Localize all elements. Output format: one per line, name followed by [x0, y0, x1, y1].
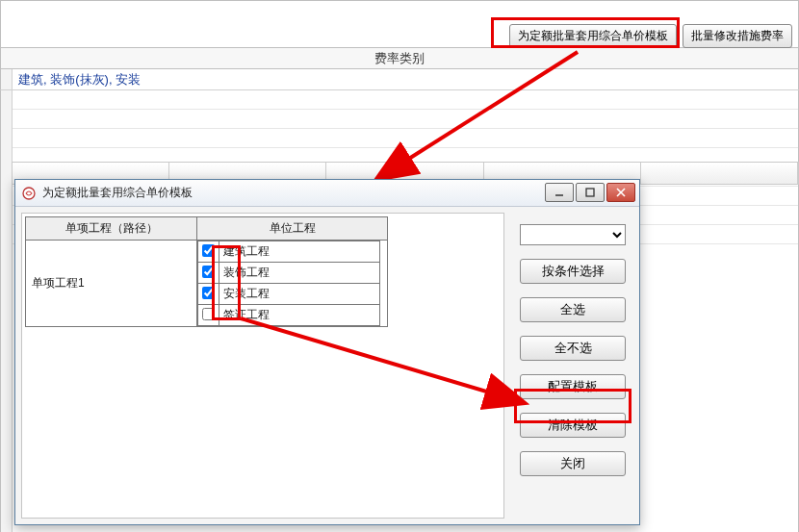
grid-row-1[interactable]: 建筑, 装饰(抹灰), 安装: [0, 69, 799, 90]
checkbox-item-0[interactable]: [202, 244, 215, 257]
list-item: 建筑工程: [198, 241, 380, 263]
checkbox-item-2[interactable]: [202, 287, 215, 299]
close-button[interactable]: [606, 183, 635, 202]
project-path-cell[interactable]: 单项工程1: [26, 241, 197, 327]
unit-project-list: 建筑工程 装饰工程 安装工程: [197, 241, 380, 326]
configure-template-button[interactable]: 配置模板: [520, 374, 626, 399]
item-label[interactable]: 建筑工程: [219, 241, 380, 263]
svg-rect-3: [586, 189, 594, 196]
template-dialog: 为定额批量套用综合单价模板 单项工程（路径） 单位工程 单项工程1: [14, 179, 640, 525]
top-toolbar: 为定额批量套用综合单价模板 批量修改措施费率: [0, 0, 799, 48]
item-label[interactable]: 装饰工程: [219, 263, 380, 284]
list-item: 安装工程: [198, 284, 380, 305]
grid-header-label: 费率类别: [374, 50, 425, 67]
svg-point-1: [23, 188, 35, 199]
item-label[interactable]: 签证工程: [219, 305, 380, 326]
col1-header: 单项工程（路径）: [26, 217, 197, 241]
item-label[interactable]: 安装工程: [219, 284, 380, 305]
dialog-titlebar[interactable]: 为定额批量套用综合单价模板: [15, 180, 639, 207]
select-all-button[interactable]: 全选: [520, 297, 626, 322]
checkbox-item-1[interactable]: [202, 266, 215, 278]
close-dialog-button[interactable]: 关闭: [520, 451, 626, 476]
col2-header: 单位工程: [197, 217, 388, 241]
apply-template-button[interactable]: 为定额批量套用综合单价模板: [509, 24, 677, 48]
project-table: 单项工程（路径） 单位工程 单项工程1 建筑工程 装饰: [25, 216, 388, 327]
select-by-condition-button[interactable]: 按条件选择: [520, 259, 626, 284]
list-item: 签证工程: [198, 305, 380, 326]
grid-header: 费率类别: [0, 48, 799, 69]
minimize-button[interactable]: [545, 183, 574, 202]
modify-rate-button[interactable]: 批量修改措施费率: [683, 24, 792, 48]
filter-select[interactable]: [520, 224, 626, 245]
project-table-wrap: 单项工程（路径） 单位工程 单项工程1 建筑工程 装饰: [25, 216, 391, 327]
row-handle[interactable]: [1, 69, 13, 89]
dialog-side-buttons: 按条件选择 全选 全不选 配置模板 清除模板 关闭: [520, 224, 626, 476]
row-handle-col: [1, 90, 13, 532]
clear-template-button[interactable]: 清除模板: [520, 413, 626, 438]
app-icon: [21, 186, 37, 201]
dialog-body: 单项工程（路径） 单位工程 单项工程1 建筑工程 装饰: [15, 207, 639, 524]
maximize-button[interactable]: [576, 183, 605, 202]
list-item: 装饰工程: [198, 263, 380, 284]
grid-cell-category: 建筑, 装饰(抹灰), 安装: [18, 71, 141, 89]
checkbox-item-3[interactable]: [202, 308, 215, 320]
dialog-title: 为定额批量套用综合单价模板: [42, 185, 193, 201]
select-none-button[interactable]: 全不选: [520, 336, 626, 361]
